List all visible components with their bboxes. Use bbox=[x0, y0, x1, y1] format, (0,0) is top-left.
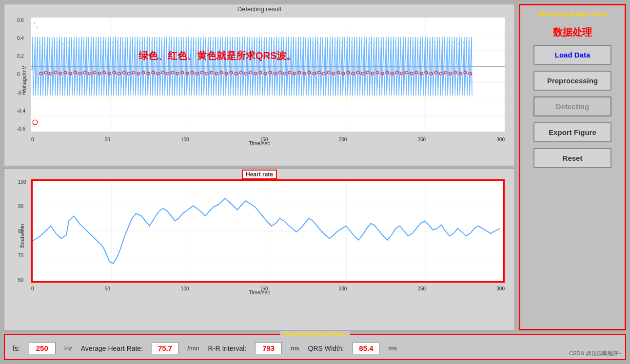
svg-text:*: * bbox=[190, 95, 191, 99]
svg-text:*: * bbox=[414, 95, 415, 99]
svg-text:*: * bbox=[438, 96, 440, 100]
svg-text:*: * bbox=[175, 40, 177, 45]
svg-text:*: * bbox=[292, 40, 294, 45]
svg-text:*: * bbox=[326, 41, 328, 46]
svg-text:*: * bbox=[68, 41, 69, 45]
svg-text:*: * bbox=[126, 96, 128, 100]
svg-text:*: * bbox=[43, 42, 45, 47]
svg-text:*: * bbox=[160, 95, 162, 99]
svg-text:*: * bbox=[48, 40, 50, 45]
svg-text:*: * bbox=[234, 96, 235, 100]
bottom-chart-svg bbox=[33, 181, 503, 281]
svg-text:*: * bbox=[238, 95, 240, 99]
svg-text:*: * bbox=[297, 41, 298, 46]
svg-text:*: * bbox=[160, 40, 162, 45]
svg-text:*: * bbox=[73, 40, 74, 45]
svg-text:*: * bbox=[365, 40, 367, 45]
svg-text:*: * bbox=[238, 41, 240, 46]
svg-text:*: * bbox=[68, 96, 69, 100]
svg-text:*: * bbox=[234, 40, 235, 45]
svg-text:*: * bbox=[214, 96, 216, 100]
svg-text:*: * bbox=[209, 41, 211, 46]
svg-text:*: * bbox=[126, 41, 128, 45]
svg-text:*: * bbox=[404, 95, 406, 99]
svg-text:*: * bbox=[214, 41, 216, 45]
svg-text:*: * bbox=[351, 40, 352, 45]
svg-text:*: * bbox=[404, 41, 406, 45]
svg-text:*: * bbox=[253, 96, 255, 100]
svg-text:*: * bbox=[63, 42, 64, 46]
svg-text:*: * bbox=[399, 96, 401, 100]
svg-text:*: * bbox=[92, 95, 94, 99]
svg-text:*: * bbox=[341, 41, 342, 46]
svg-text:*: * bbox=[375, 41, 376, 45]
reset-button[interactable]: Reset bbox=[533, 148, 611, 168]
svg-text:*: * bbox=[141, 41, 142, 45]
fs-unit: Hz bbox=[64, 345, 72, 352]
watermark: CSDN @顶呱呱程序~ bbox=[569, 350, 621, 357]
qrs-label: QRS Width: bbox=[308, 345, 344, 352]
svg-point-103 bbox=[33, 120, 38, 125]
svg-text:*: * bbox=[302, 41, 303, 45]
svg-text:*: * bbox=[253, 41, 255, 46]
svg-text:*: * bbox=[312, 41, 313, 46]
svg-text:*: * bbox=[331, 41, 333, 45]
svg-text:*: * bbox=[282, 41, 284, 46]
top-chart-svg: // This will be rendered via the inline … bbox=[31, 18, 505, 132]
svg-text:*: * bbox=[458, 41, 459, 46]
export-figure-button[interactable]: Export Figure bbox=[533, 122, 611, 142]
svg-text:*: * bbox=[390, 96, 391, 100]
yellow-markers: * * * * * * * * * * * * * bbox=[39, 95, 469, 100]
svg-text:*: * bbox=[146, 40, 147, 45]
avg-hr-value: 75.7 bbox=[152, 342, 178, 354]
svg-text:*: * bbox=[63, 95, 64, 99]
detecting-button[interactable]: Detecting bbox=[533, 96, 611, 116]
svg-text:*: * bbox=[321, 96, 323, 100]
svg-text:*: * bbox=[112, 41, 113, 45]
preprocessing-button[interactable]: Preprocessing bbox=[533, 71, 611, 91]
svg-text:*: * bbox=[385, 95, 386, 99]
svg-text:*: * bbox=[346, 95, 347, 99]
svg-text:*: * bbox=[380, 40, 381, 45]
panel-operating-title: Operating Widget Pane bbox=[538, 10, 608, 18]
svg-text:*: * bbox=[355, 95, 357, 99]
green-markers: * * * * * * * * * * * * * bbox=[34, 22, 469, 47]
operating-widget-pane: Operating Widget Pane 数据处理 Load Data Pre… bbox=[519, 4, 626, 330]
svg-text:*: * bbox=[112, 95, 113, 99]
svg-text:*: * bbox=[175, 96, 177, 100]
svg-text:*: * bbox=[248, 40, 250, 45]
svg-text:*: * bbox=[433, 41, 435, 45]
svg-text:*: * bbox=[429, 41, 430, 46]
svg-text:*: * bbox=[448, 96, 450, 100]
svg-text:*: * bbox=[458, 96, 459, 100]
svg-text:*: * bbox=[409, 40, 411, 45]
svg-text:*: * bbox=[258, 41, 259, 45]
top-chart-x-label: Time/sec bbox=[249, 140, 270, 146]
svg-text:*: * bbox=[263, 40, 264, 45]
svg-text:*: * bbox=[365, 95, 367, 99]
load-data-button[interactable]: Load Data bbox=[533, 45, 611, 65]
svg-text:*: * bbox=[438, 40, 440, 45]
svg-text:*: * bbox=[302, 96, 303, 100]
svg-text:*: * bbox=[180, 95, 181, 99]
svg-text:*: * bbox=[180, 41, 181, 46]
svg-text:*: * bbox=[82, 95, 84, 99]
svg-text:*: * bbox=[53, 41, 55, 46]
svg-text:*: * bbox=[199, 95, 201, 99]
svg-text:*: * bbox=[316, 95, 318, 99]
top-chart-title: Detecting result bbox=[4, 4, 514, 14]
svg-text:*: * bbox=[185, 96, 186, 100]
svg-text:*: * bbox=[48, 96, 50, 100]
avg-hr-unit: /min bbox=[187, 345, 199, 352]
svg-text:*: * bbox=[190, 40, 191, 45]
svg-text:*: * bbox=[312, 96, 313, 100]
svg-text:*: * bbox=[73, 95, 74, 99]
svg-text:*: * bbox=[424, 40, 425, 45]
svg-text:*: * bbox=[209, 95, 211, 99]
svg-text:*: * bbox=[107, 41, 108, 46]
svg-text:*: * bbox=[87, 40, 89, 45]
svg-text:*: * bbox=[414, 41, 415, 46]
svg-text:*: * bbox=[39, 41, 40, 45]
svg-text:*: * bbox=[151, 41, 152, 46]
svg-text:*: * bbox=[443, 95, 445, 99]
